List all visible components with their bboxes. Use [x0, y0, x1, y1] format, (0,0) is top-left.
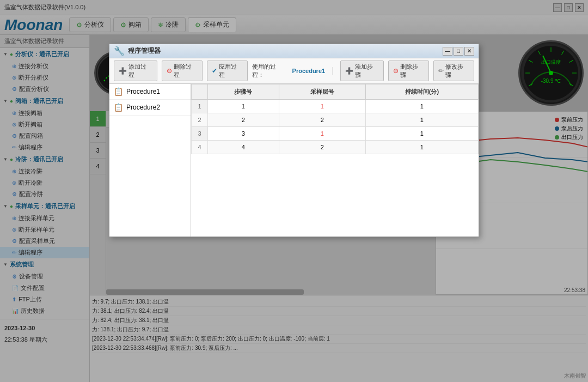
table-row[interactable]: 2 2 2 1: [192, 113, 479, 127]
layer-num-2: 2: [279, 113, 365, 127]
duration-1: 1: [365, 100, 478, 113]
steps-table-header: 步骤号 采样层号 持续时间(分): [192, 84, 479, 100]
row-num-1: 1: [192, 100, 208, 113]
row-num-3: 3: [192, 127, 208, 141]
delete-icon: ⊖: [167, 67, 172, 75]
add-procedure-button[interactable]: ➕ 添加过程: [114, 60, 157, 81]
table-row[interactable]: 3 3 1 1: [192, 127, 479, 141]
dialog-close-button[interactable]: ✕: [464, 47, 474, 56]
layer-num-4: 2: [279, 141, 365, 154]
layer-num-1: 1: [279, 100, 365, 113]
step-num-1: 1: [208, 100, 279, 113]
delete-step-button[interactable]: ⊖ 删除步骤: [388, 60, 429, 81]
dialog-title-bar: 🔧 程序管理器 — □ ✕: [109, 44, 479, 58]
dialog-maximize-button[interactable]: □: [454, 47, 463, 56]
dialog-body: 📋 Procedure1 📋 Procedure2 步骤号 采样层号: [109, 84, 479, 237]
modal-overlay: 🔧 程序管理器 — □ ✕ ➕ 添加过程 ⊖ 删除过程 ✔ 应用过程: [0, 0, 588, 382]
delete-step-icon: ⊖: [393, 67, 399, 75]
dialog-title: 🔧 程序管理器: [114, 46, 161, 56]
procedure-item-1[interactable]: 📋 Procedure1: [109, 84, 191, 100]
dialog-controls: — □ ✕: [443, 47, 474, 56]
dialog-minimize-button[interactable]: —: [443, 47, 452, 56]
duration-2: 1: [365, 113, 478, 127]
apply-icon: ✔: [212, 67, 217, 75]
delete-procedure-button[interactable]: ⊖ 删除过程: [162, 60, 203, 81]
col-row-num: [192, 84, 208, 100]
current-procedure-label: 使用的过程：: [252, 63, 288, 79]
steps-panel: 步骤号 采样层号 持续时间(分) 1 1 1 1 2: [191, 84, 479, 237]
duration-4: 1: [365, 141, 478, 154]
procedure-icon-2: 📋: [114, 103, 123, 112]
edit-step-button[interactable]: ✏ 修改步骤: [433, 60, 474, 81]
col-duration: 持续时间(分): [365, 84, 478, 100]
add-step-button[interactable]: ➕ 添加步骤: [340, 60, 384, 81]
row-num-2: 2: [192, 113, 208, 127]
current-procedure-value: Procedure1: [292, 68, 326, 74]
add-step-icon: ➕: [345, 67, 353, 75]
steps-table: 步骤号 采样层号 持续时间(分) 1 1 1 1 2: [191, 84, 479, 154]
step-num-3: 3: [208, 127, 279, 141]
dialog-toolbar: ➕ 添加过程 ⊖ 删除过程 ✔ 应用过程 使用的过程： Procedure1 |…: [109, 58, 479, 84]
procedure-item-2[interactable]: 📋 Procedure2: [109, 100, 191, 116]
table-row[interactable]: 1 1 1 1: [192, 100, 479, 113]
steps-table-body: 1 1 1 1 2 2 2 1 3 3: [192, 100, 479, 154]
col-step-num: 步骤号: [208, 84, 279, 100]
steps-header-row: 步骤号 采样层号 持续时间(分): [192, 84, 479, 100]
procedure-list-panel: 📋 Procedure1 📋 Procedure2: [109, 84, 191, 237]
procedure-manager-dialog: 🔧 程序管理器 — □ ✕ ➕ 添加过程 ⊖ 删除过程 ✔ 应用过程: [109, 44, 479, 237]
toolbar-separator: |: [332, 66, 334, 76]
duration-3: 1: [365, 127, 478, 141]
step-num-2: 2: [208, 113, 279, 127]
dialog-title-icon: 🔧: [114, 46, 125, 56]
procedure-icon-1: 📋: [114, 87, 123, 96]
layer-num-3: 1: [279, 127, 365, 141]
edit-step-icon: ✏: [438, 67, 444, 75]
add-icon: ➕: [119, 67, 127, 75]
table-row[interactable]: 4 4 2 1: [192, 141, 479, 154]
row-num-4: 4: [192, 141, 208, 154]
apply-procedure-button[interactable]: ✔ 应用过程: [207, 60, 248, 81]
step-num-4: 4: [208, 141, 279, 154]
col-layer-num: 采样层号: [279, 84, 365, 100]
